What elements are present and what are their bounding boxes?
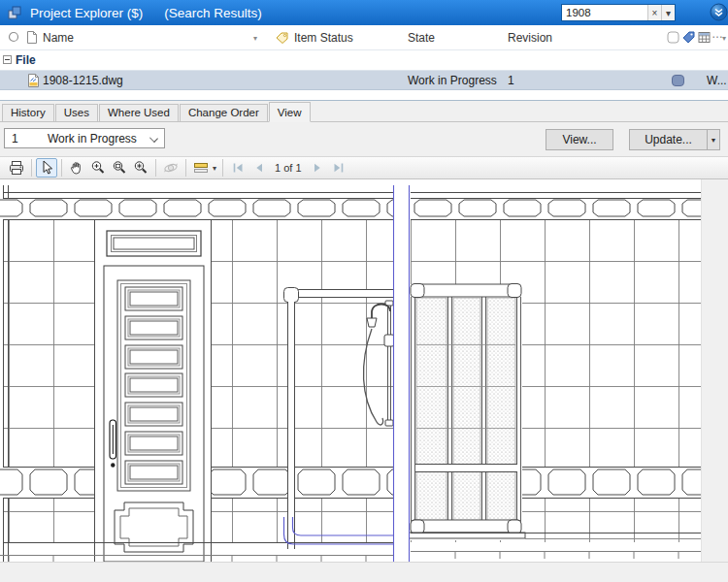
door-elevation	[94, 220, 212, 562]
file-row-selected[interactable]: 1908-1215.dwg Work in Progress 1 W...	[0, 70, 728, 90]
orbit-tool-button-disabled[interactable]	[160, 158, 182, 178]
file-trailing-value: W...	[707, 74, 727, 87]
canvas-right-margin	[701, 179, 728, 562]
window-title: Project Explorer ($)	[30, 6, 143, 20]
glass-shower-panel	[407, 284, 525, 541]
column-revision[interactable]: Revision	[508, 31, 552, 45]
group-row-file: File	[0, 51, 728, 69]
search-box: × ▾	[561, 4, 676, 21]
record-circle-icon	[8, 31, 19, 43]
status-badge	[672, 75, 684, 86]
page-indicator: 1 of 1	[275, 162, 302, 174]
layers-dropdown-icon[interactable]: ▾	[213, 164, 216, 173]
file-state: Work in Progress	[408, 74, 497, 87]
revision-state: Work in Progress	[48, 132, 137, 146]
file-revision: 1	[508, 74, 514, 87]
view-tab-toolbar: 1 Work in Progress View... Update... ▼	[0, 122, 728, 157]
chevron-down-icon	[149, 134, 158, 143]
search-clear-icon[interactable]: ×	[647, 5, 661, 20]
project-explorer-window: Project Explorer ($) (Search Results) × …	[0, 0, 728, 582]
update-button[interactable]: Update...	[629, 129, 708, 150]
tag-column-icon[interactable]	[682, 31, 695, 44]
item-status-tag-icon	[276, 32, 288, 44]
detail-tabs: History Uses Where Used Change Order Vie…	[0, 104, 728, 122]
file-name: 1908-1215.dwg	[43, 74, 123, 87]
first-page-button-disabled[interactable]	[227, 158, 248, 178]
window-subtitle: (Search Results)	[164, 6, 262, 20]
column-state[interactable]: State	[408, 31, 435, 45]
view-button[interactable]: View...	[546, 129, 613, 150]
view-separator-blue-lines	[394, 185, 410, 562]
pan-tool-button[interactable]	[66, 158, 87, 178]
name-filter-icon[interactable]: ▾	[253, 34, 257, 43]
collapse-panel-button[interactable]	[710, 3, 728, 21]
cad-preview-canvas[interactable]	[0, 179, 728, 562]
update-dropdown-button[interactable]: ▼	[707, 129, 720, 150]
zoom-tool-button[interactable]	[87, 158, 109, 178]
cad-drawing	[0, 179, 701, 562]
zoom-window-button[interactable]	[109, 158, 130, 178]
last-page-button-disabled[interactable]	[328, 158, 349, 178]
search-dropdown-icon[interactable]: ▾	[661, 5, 675, 20]
title-bar: Project Explorer ($) (Search Results) × …	[0, 0, 728, 25]
select-tool-button[interactable]	[36, 158, 57, 178]
print-button[interactable]	[6, 158, 27, 178]
header-filter-icon[interactable]: ▾	[722, 34, 726, 43]
column-item-status[interactable]: Item Status	[294, 31, 353, 45]
next-page-button-disabled[interactable]	[307, 158, 328, 178]
tab-history[interactable]: History	[2, 104, 54, 121]
checkbox-column-icon[interactable]	[667, 31, 679, 44]
canvas-bottom-margin	[0, 562, 728, 582]
layers-button[interactable]	[190, 158, 212, 178]
column-name[interactable]: Name	[43, 31, 74, 45]
tab-where-used[interactable]: Where Used	[99, 104, 179, 121]
revision-number: 1	[12, 132, 18, 146]
tab-change-order[interactable]: Change Order	[180, 104, 268, 121]
detail-pane: History Uses Where Used Change Order Vie…	[0, 100, 728, 582]
grid-view-icon[interactable]	[698, 31, 711, 44]
search-results-list: Name ▾ Item Status State Revision …	[0, 25, 728, 100]
document-icon	[26, 31, 38, 44]
zoom-extents-button[interactable]	[130, 158, 151, 178]
search-input[interactable]	[562, 5, 647, 20]
group-label: File	[16, 53, 36, 67]
collapse-group-icon[interactable]	[3, 55, 12, 64]
tab-uses[interactable]: Uses	[55, 104, 98, 121]
dwg-file-icon	[27, 74, 40, 87]
tab-view[interactable]: View	[269, 102, 311, 122]
column-header-row: Name ▾ Item Status State Revision …	[0, 25, 728, 50]
revision-selector[interactable]: 1 Work in Progress	[4, 128, 165, 148]
app-icon	[7, 5, 22, 20]
previous-page-button-disabled[interactable]	[248, 158, 270, 178]
viewer-toolbar: ▾ 1 of 1	[0, 156, 728, 179]
